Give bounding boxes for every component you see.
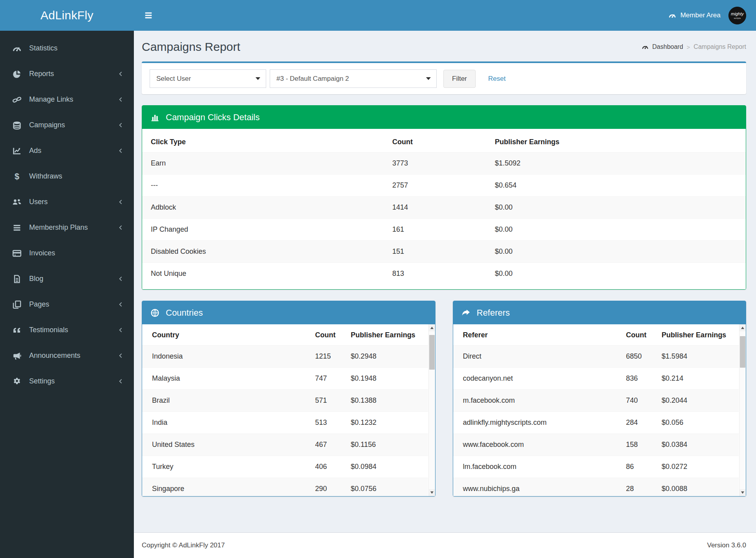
member-area-label: Member Area (680, 11, 721, 19)
list-icon (12, 223, 22, 232)
user-select[interactable]: Select User (150, 69, 266, 88)
sidebar-item-pages[interactable]: Pages (0, 292, 134, 317)
table-cell: Turkey (142, 456, 306, 478)
scroll-up-icon[interactable] (739, 324, 746, 331)
bottom-panels-row: Countries CountryCountPublisher Earnings… (142, 301, 746, 497)
sidebar-menu-item: Pages (0, 292, 134, 317)
sidebar-item-ads[interactable]: Ads (0, 138, 134, 164)
scroll-down-icon[interactable] (739, 489, 746, 496)
chevron-left-icon (118, 301, 124, 307)
sidebar-item-users[interactable]: Users (0, 189, 134, 215)
brand-logo[interactable]: AdLinkFly (0, 0, 134, 31)
table-cell: $0.056 (653, 412, 739, 434)
table-cell: 151 (384, 241, 486, 263)
panel-title: Countries (166, 308, 203, 318)
sidebar-menu-item: Manage Links (0, 87, 134, 112)
table-cell: adlinkfly.mightyscripts.com (453, 412, 617, 434)
table-cell: 284 (617, 412, 653, 434)
table-cell: $0.0756 (342, 478, 428, 497)
table-row: Not Unique813$0.00 (142, 263, 746, 285)
table-header-row: RefererCountPublisher Earnings (453, 324, 739, 346)
table-row: codecanyon.net836$0.214 (453, 368, 739, 390)
sidebar-item-label: Ads (29, 147, 41, 155)
table-cell: United States (142, 434, 306, 456)
table-cell: 467 (306, 434, 342, 456)
table-cell: 3773 (384, 153, 486, 175)
breadcrumb-dashboard-link[interactable]: Dashboard (652, 43, 683, 50)
column-header: Publisher Earnings (486, 131, 746, 153)
table-cell: IP Changed (142, 219, 384, 241)
sidebar-item-label: Reports (29, 70, 54, 78)
table-cell: Disabled Cookies (142, 241, 384, 263)
column-header: Publisher Earnings (653, 324, 739, 346)
bar-chart-icon (150, 113, 160, 122)
table-row: Brazil571$0.1388 (142, 390, 428, 412)
table-cell: 836 (617, 368, 653, 390)
table-row: Indonesia1215$0.2948 (142, 346, 428, 368)
sidebar-item-testimonials[interactable]: Testimonials (0, 317, 134, 343)
member-area-link[interactable]: Member Area (668, 11, 721, 19)
table-cell: m.facebook.com (453, 390, 617, 412)
copy-icon (12, 300, 22, 309)
sidebar-item-manage-links[interactable]: Manage Links (0, 87, 134, 112)
sidebar-menu-item: Campaigns (0, 112, 134, 138)
sidebar-menu-item: Blog (0, 266, 134, 292)
panel-title: Campaign Clicks Details (166, 112, 259, 123)
avatar-subtext: scripts (734, 17, 741, 19)
filter-button[interactable]: Filter (443, 70, 476, 88)
table-cell: $0.214 (653, 368, 739, 390)
sidebar-menu-item: Announcements (0, 343, 134, 368)
sidebar-item-withdraws[interactable]: $Withdraws (0, 164, 134, 189)
menu-icon[interactable] (143, 11, 154, 20)
sidebar-item-announcements[interactable]: Announcements (0, 343, 134, 368)
sidebar-item-campaigns[interactable]: Campaigns (0, 112, 134, 138)
user-avatar[interactable]: mighty scripts (728, 7, 746, 24)
campaign-select[interactable]: #3 - Default Campaign 2 (270, 69, 437, 88)
referers-panel: Referers RefererCountPublisher EarningsD… (453, 301, 747, 497)
footer: Copyright © AdLinkFly 2017 Version 3.6.0 (134, 532, 756, 558)
sidebar-menu-item: Ads (0, 138, 134, 164)
column-header: Count (617, 324, 653, 346)
column-header: Country (142, 324, 306, 346)
svg-text:$: $ (15, 172, 19, 181)
sidebar-item-blog[interactable]: Blog (0, 266, 134, 292)
avatar-text: mighty (731, 12, 743, 16)
scroll-up-icon[interactable] (429, 324, 435, 331)
scroll-down-icon[interactable] (429, 489, 435, 496)
table-row: Direct6850$1.5984 (453, 346, 739, 368)
sidebar-item-label: Manage Links (29, 95, 73, 104)
table-row: Earn3773$1.5092 (142, 153, 746, 175)
scrollbar-thumb[interactable] (740, 336, 745, 368)
sidebar-item-label: Settings (29, 377, 55, 385)
table-cell: $0.1156 (342, 434, 428, 456)
sidebar-item-membership-plans[interactable]: Membership Plans (0, 215, 134, 240)
referers-scrollbar[interactable] (739, 324, 746, 496)
table-cell: 513 (306, 412, 342, 434)
globe-icon (150, 308, 160, 318)
scrollbar-thumb[interactable] (429, 335, 435, 370)
table-cell: $0.1948 (342, 368, 428, 390)
chevron-left-icon (118, 199, 124, 205)
sidebar-item-invoices[interactable]: Invoices (0, 240, 134, 266)
sidebar-item-settings[interactable]: Settings (0, 368, 134, 394)
table-cell: $0.0384 (653, 434, 739, 456)
sidebar-item-reports[interactable]: Reports (0, 61, 134, 87)
table-cell: $0.0272 (653, 456, 739, 478)
database-icon (12, 121, 22, 130)
table-cell: 406 (306, 456, 342, 478)
file-text-icon (12, 274, 22, 284)
countries-scrollbar[interactable] (428, 324, 435, 496)
tachometer-icon (668, 11, 676, 19)
column-header: Count (306, 324, 342, 346)
sidebar-menu-item: Settings (0, 368, 134, 394)
tachometer-icon (12, 44, 22, 53)
table-cell: 747 (306, 368, 342, 390)
column-header: Publisher Earnings (342, 324, 428, 346)
sidebar-item-statistics[interactable]: Statistics (0, 35, 134, 61)
referers-table: RefererCountPublisher EarningsDirect6850… (453, 324, 739, 496)
reset-link[interactable]: Reset (488, 75, 506, 83)
table-cell: $1.5984 (653, 346, 739, 368)
chevron-left-icon (118, 97, 124, 102)
table-cell: $1.5092 (486, 153, 746, 175)
campaign-clicks-panel: Campaign Clicks Details Click TypeCountP… (142, 105, 746, 290)
